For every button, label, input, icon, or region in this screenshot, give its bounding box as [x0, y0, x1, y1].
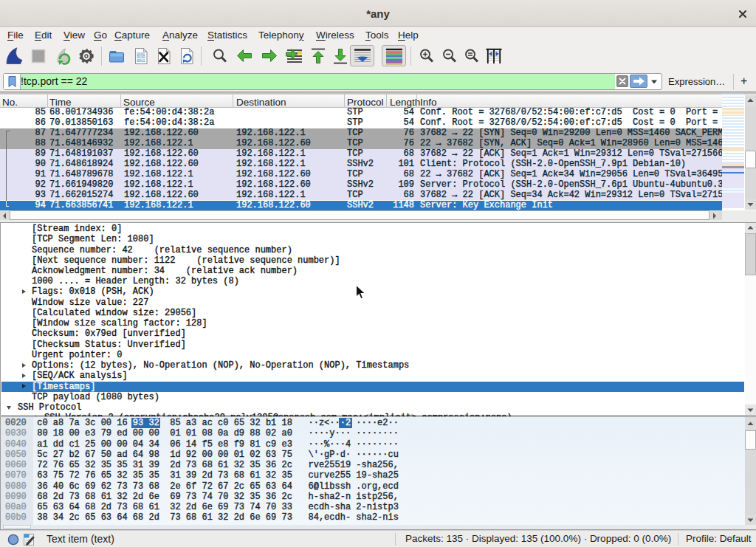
svg-text:0011: 0011: [137, 59, 145, 63]
